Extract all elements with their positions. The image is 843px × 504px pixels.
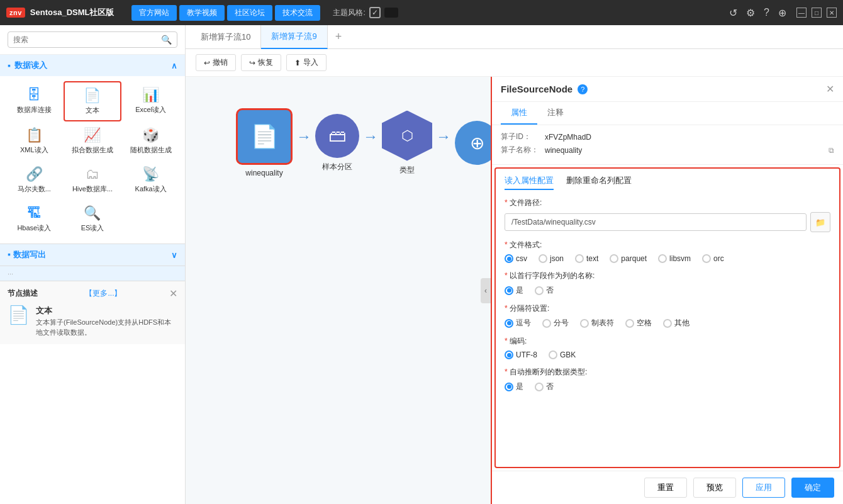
node-description-panel: 节点描述 【更多...】 ✕ 📄 文本 文本算子(FileSourceNode)… xyxy=(0,281,185,344)
sidebar-item-markov[interactable]: 🔗 马尔夫数... xyxy=(5,160,64,199)
sidebar-item-xml[interactable]: 📋 XML读入 xyxy=(5,121,64,160)
search-area: 🔍 xyxy=(0,25,185,55)
sep-other[interactable]: 其他 xyxy=(663,318,689,328)
format-json[interactable]: json xyxy=(539,254,564,263)
titlebar-icons: ↺ ⚙ ? ⊕ xyxy=(729,7,786,19)
panel-help-icon[interactable]: ? xyxy=(578,84,588,94)
theme-dark-icon[interactable] xyxy=(384,8,398,18)
nav-btn-tech[interactable]: 技术交流 xyxy=(275,5,320,21)
sidebar-item-hive[interactable]: 🗂 Hive数据库... xyxy=(64,160,122,199)
data-input-section: ▪ 数据读入 ∧ 🗄 数据库连接 📄 文本 📊 Excel读入 xyxy=(0,55,185,244)
meta-name-row: 算子名称： winequality ⧉ xyxy=(501,145,834,155)
auto-infer-radio-group: 是 否 xyxy=(505,381,830,392)
config-separator-row: * 分隔符设置: 逗号 分号 xyxy=(505,303,830,328)
side-collapse-btn[interactable]: ‹ xyxy=(481,278,491,303)
globe-icon[interactable]: ⊕ xyxy=(778,7,786,19)
infer-no-radio xyxy=(535,383,544,391)
gear-icon[interactable]: ⚙ xyxy=(746,7,755,19)
infer-yes[interactable]: 是 xyxy=(505,381,523,392)
tab-add-btn[interactable]: + xyxy=(328,30,350,43)
panel-close-btn[interactable]: ✕ xyxy=(826,83,834,95)
arrow1: → xyxy=(296,128,311,145)
nav-btn-tutorial[interactable]: 教学视频 xyxy=(179,5,225,21)
format-text[interactable]: text xyxy=(575,254,598,263)
undo-btn[interactable]: ↩ 撤销 xyxy=(196,54,236,71)
canvas[interactable]: 📄 winequality → 🗃 样本分区 → xyxy=(186,77,491,504)
redo-btn[interactable]: ↪ 恢复 xyxy=(241,54,281,71)
file-path-input[interactable] xyxy=(505,213,807,231)
enc-utf8[interactable]: UTF-8 xyxy=(505,350,537,359)
first-row-yes[interactable]: 是 xyxy=(505,285,523,296)
data-input-header[interactable]: ▪ 数据读入 ∧ xyxy=(0,55,185,76)
file-browse-btn[interactable]: 📁 xyxy=(810,212,830,232)
redo-icon: ↪ xyxy=(249,59,255,67)
config-auto-infer-label: * 自动推断列的数据类型: xyxy=(505,367,830,378)
type-label: 类型 xyxy=(399,165,415,176)
config-tab-rename[interactable]: 删除重命名列配置 xyxy=(566,175,632,190)
xml-icon: 📋 xyxy=(26,127,43,143)
sidebar-item-excel[interactable]: 📊 Excel读入 xyxy=(121,81,180,121)
sidebar-item-random[interactable]: 🎲 随机数据生成 xyxy=(121,121,180,160)
format-orc[interactable]: orc xyxy=(702,254,724,263)
sep-tab[interactable]: 制表符 xyxy=(580,318,614,328)
format-libsvm[interactable]: libsvm xyxy=(658,254,691,263)
confirm-btn[interactable]: 确定 xyxy=(791,478,834,498)
format-csv-radio xyxy=(505,254,513,263)
maximize-btn[interactable]: □ xyxy=(812,8,822,18)
sidebar-item-es[interactable]: 🔍 ES读入 xyxy=(64,199,122,238)
format-parquet[interactable]: parquet xyxy=(610,254,647,263)
config-file-path-label: * 文件路径: xyxy=(505,198,830,208)
node-desc-close[interactable]: ✕ xyxy=(169,288,177,300)
apply-btn[interactable]: 应用 xyxy=(742,478,785,498)
sidebar-item-simulate[interactable]: 📈 拟合数据生成 xyxy=(64,121,122,160)
search-icon: 🔍 xyxy=(161,35,172,45)
sidebar-item-kafka[interactable]: 📡 Kafka读入 xyxy=(121,160,180,199)
enc-gbk[interactable]: GBK xyxy=(549,350,576,359)
copy-name-btn[interactable]: ⧉ xyxy=(829,146,834,155)
import-btn[interactable]: ⬆ 导入 xyxy=(286,54,327,71)
random-label: 随机数据生成 xyxy=(130,145,172,155)
config-first-row-label: * 以首行字段作为列的名称: xyxy=(505,271,830,281)
flow-container: 📄 winequality → 🗃 样本分区 → xyxy=(236,108,491,177)
simulate-icon: 📈 xyxy=(84,127,101,143)
format-parquet-radio xyxy=(610,254,618,263)
sidebar-item-db-connect[interactable]: 🗄 数据库连接 xyxy=(5,81,64,121)
sep-semicolon[interactable]: 分号 xyxy=(542,318,569,328)
sep-tab-radio xyxy=(580,319,589,328)
infer-no[interactable]: 否 xyxy=(535,381,554,392)
undo-icon: ↩ xyxy=(204,59,210,67)
preview-btn[interactable]: 预览 xyxy=(693,478,736,498)
tab-flow9[interactable]: 新增算子流9 xyxy=(261,25,327,49)
help-icon[interactable]: ? xyxy=(764,7,769,18)
sep-comma[interactable]: 逗号 xyxy=(505,318,531,328)
flow-node-type[interactable]: ⬡ 类型 xyxy=(382,111,432,176)
sidebar-item-text[interactable]: 📄 文本 xyxy=(64,81,122,121)
nav-btn-official[interactable]: 官方网站 xyxy=(131,5,177,21)
sep-space-radio xyxy=(625,319,634,328)
flow-node-sample[interactable]: 🗃 样本分区 xyxy=(315,114,359,172)
node-desc-name: 文本 xyxy=(36,305,177,317)
refresh-icon[interactable]: ↺ xyxy=(729,7,737,19)
infer-yes-radio xyxy=(505,383,513,391)
first-row-no[interactable]: 否 xyxy=(535,285,554,296)
tab-flow10[interactable]: 新增算子流10 xyxy=(191,25,261,49)
theme-check-icon[interactable]: ✓ xyxy=(369,7,381,18)
node-desc-more-link[interactable]: 【更多...】 xyxy=(85,288,121,299)
sep-space[interactable]: 空格 xyxy=(625,318,652,328)
close-btn[interactable]: ✕ xyxy=(827,8,837,18)
format-csv-dot xyxy=(507,257,511,261)
kafka-icon: 📡 xyxy=(142,166,159,182)
flow-node-winequality[interactable]: 📄 winequality xyxy=(236,108,293,177)
data-output-header[interactable]: ▪ 数据写出 ∨ xyxy=(0,244,185,266)
config-tab-read[interactable]: 读入属性配置 xyxy=(505,175,554,190)
minimize-btn[interactable]: — xyxy=(796,8,807,18)
flow-node-circle[interactable]: ⊕ xyxy=(455,121,491,165)
sep-comma-dot xyxy=(507,321,511,325)
search-input[interactable] xyxy=(13,35,157,44)
sidebar-item-hbase[interactable]: 🏗 Hbase读入 xyxy=(5,199,64,238)
nav-btn-community[interactable]: 社区论坛 xyxy=(227,5,272,21)
panel-tab-properties[interactable]: 属性 xyxy=(501,102,537,125)
reset-btn[interactable]: 重置 xyxy=(644,478,687,498)
format-csv[interactable]: csv xyxy=(505,254,527,263)
panel-tab-notes[interactable]: 注释 xyxy=(537,102,574,125)
